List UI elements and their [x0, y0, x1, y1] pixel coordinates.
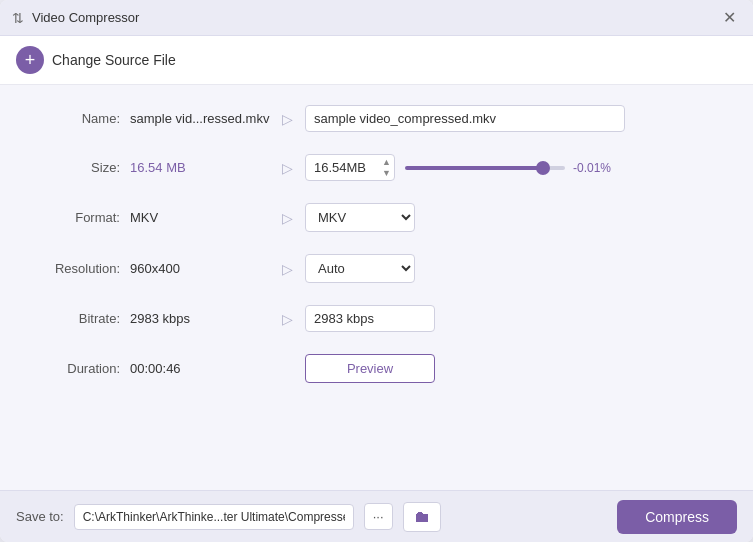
footer: Save to: ··· 🖿 Compress	[0, 490, 753, 542]
resolution-source-value: 960x400	[130, 261, 270, 276]
size-percent-label: -0.01%	[573, 161, 613, 175]
titlebar-title: Video Compressor	[32, 10, 139, 25]
change-source-button[interactable]: + Change Source File	[16, 46, 176, 74]
name-row: Name: sample vid...ressed.mkv ▷	[40, 105, 713, 132]
size-slider[interactable]	[405, 166, 565, 170]
bitrate-row: Bitrate: 2983 kbps ▷	[40, 305, 713, 332]
format-row: Format: MKV ▷ MKV MP4 AVI MOV WMV	[40, 203, 713, 232]
name-output-input[interactable]	[305, 105, 625, 132]
name-label: Name:	[40, 111, 130, 126]
toolbar: + Change Source File	[0, 36, 753, 85]
size-label: Size:	[40, 160, 130, 175]
format-source-value: MKV	[130, 210, 270, 225]
titlebar: ⇅ Video Compressor ✕	[0, 0, 753, 36]
bitrate-arrow-icon: ▷	[282, 311, 293, 327]
size-controls: ▲ ▼ -0.01%	[305, 154, 613, 181]
name-arrow-icon: ▷	[282, 111, 293, 127]
dots-button[interactable]: ···	[364, 503, 393, 530]
video-compressor-icon: ⇅	[12, 10, 24, 26]
duration-label: Duration:	[40, 361, 130, 376]
change-source-label: Change Source File	[52, 52, 176, 68]
size-row: Size: 16.54 MB ▷ ▲ ▼ -0.01%	[40, 154, 713, 181]
resolution-arrow-icon: ▷	[282, 261, 293, 277]
preview-button[interactable]: Preview	[305, 354, 435, 383]
resolution-label: Resolution:	[40, 261, 130, 276]
duration-source-value: 00:00:46	[130, 361, 270, 376]
format-label: Format:	[40, 210, 130, 225]
resolution-select[interactable]: Auto 960x400 1280x720 1920x1080	[305, 254, 415, 283]
bitrate-label: Bitrate:	[40, 311, 130, 326]
name-source-value: sample vid...ressed.mkv	[130, 111, 270, 126]
resolution-row: Resolution: 960x400 ▷ Auto 960x400 1280x…	[40, 254, 713, 283]
size-arrow-icon: ▷	[282, 160, 293, 176]
main-content: Name: sample vid...ressed.mkv ▷ Size: 16…	[0, 85, 753, 490]
bitrate-output-input[interactable]	[305, 305, 435, 332]
bitrate-source-value: 2983 kbps	[130, 311, 270, 326]
folder-button[interactable]: 🖿	[403, 502, 441, 532]
plus-icon: +	[16, 46, 44, 74]
size-slider-wrap: -0.01%	[405, 161, 613, 175]
format-select[interactable]: MKV MP4 AVI MOV WMV	[305, 203, 415, 232]
duration-row: Duration: 00:00:46 ▷ Preview	[40, 354, 713, 383]
save-path-input[interactable]	[74, 504, 354, 530]
titlebar-left: ⇅ Video Compressor	[12, 10, 139, 26]
size-down-button[interactable]: ▼	[380, 168, 393, 179]
size-up-button[interactable]: ▲	[380, 157, 393, 168]
size-source-value: 16.54 MB	[130, 160, 270, 175]
window: ⇅ Video Compressor ✕ + Change Source Fil…	[0, 0, 753, 542]
size-spinner: ▲ ▼	[380, 157, 393, 179]
close-button[interactable]: ✕	[717, 6, 741, 30]
compress-button[interactable]: Compress	[617, 500, 737, 534]
format-arrow-icon: ▷	[282, 210, 293, 226]
save-to-label: Save to:	[16, 509, 64, 524]
size-input-wrap: ▲ ▼	[305, 154, 395, 181]
